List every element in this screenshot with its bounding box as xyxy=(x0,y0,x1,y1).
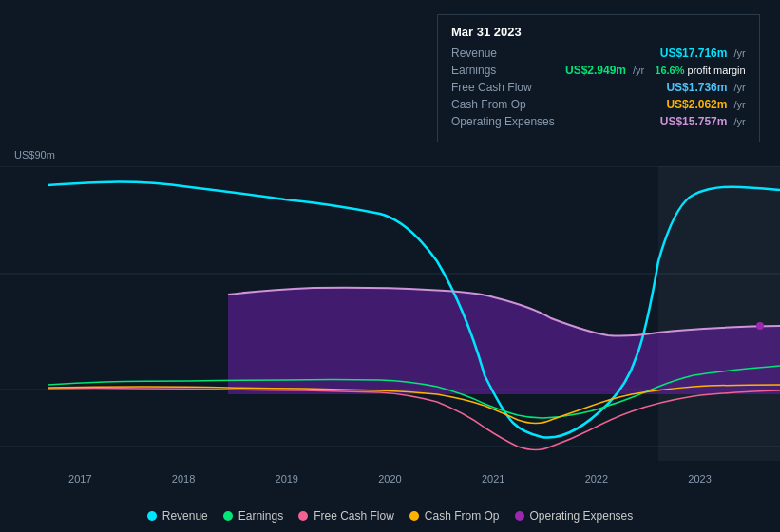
legend-label-revenue: Revenue xyxy=(162,509,208,522)
tooltip-label-opex: Operating Expenses xyxy=(451,115,565,128)
tooltip-row-cfo: Cash From Op US$2.062m /yr xyxy=(451,98,746,111)
legend-dot-earnings xyxy=(223,511,233,521)
data-tooltip: Mar 31 2023 Revenue US$17.716m /yr Earni… xyxy=(437,14,760,142)
y-label-top: US$90m xyxy=(14,149,55,161)
tooltip-value-revenue: US$17.716m xyxy=(660,47,728,60)
legend-dot-opex xyxy=(515,511,524,521)
tooltip-unit-fcf: /yr xyxy=(733,82,745,93)
x-label-2017: 2017 xyxy=(68,473,91,484)
legend-dot-cfo xyxy=(409,511,419,521)
tooltip-unit-revenue: /yr xyxy=(733,48,745,59)
x-label-2019: 2019 xyxy=(276,473,298,484)
x-label-2018: 2018 xyxy=(172,473,195,484)
x-label-2022: 2022 xyxy=(585,473,608,484)
svg-rect-5 xyxy=(658,166,780,461)
tooltip-unit-earnings: /yr xyxy=(633,65,644,76)
legend-item-cfo[interactable]: Cash From Op xyxy=(409,509,500,522)
legend-label-fcf: Free Cash Flow xyxy=(314,509,394,522)
tooltip-value-earnings: US$2.949m xyxy=(565,64,626,77)
legend-item-revenue[interactable]: Revenue xyxy=(147,509,208,522)
chart-svg xyxy=(0,166,780,470)
profit-margin-label: 16.6% profit margin xyxy=(655,65,745,76)
tooltip-label-revenue: Revenue xyxy=(451,47,565,60)
legend-label-earnings: Earnings xyxy=(238,509,283,522)
x-label-2020: 2020 xyxy=(378,473,401,484)
legend-label-opex: Operating Expenses xyxy=(530,509,634,522)
svg-point-7 xyxy=(756,322,764,330)
legend-dot-fcf xyxy=(298,511,308,521)
tooltip-row-fcf: Free Cash Flow US$1.736m /yr xyxy=(451,81,746,94)
tooltip-unit-opex: /yr xyxy=(733,116,745,127)
legend-dot-revenue xyxy=(147,511,157,521)
tooltip-value-cfo: US$2.062m xyxy=(666,98,727,111)
tooltip-value-opex: US$15.757m xyxy=(660,115,728,128)
tooltip-row-earnings: Earnings US$2.949m /yr 16.6% profit marg… xyxy=(451,64,746,77)
x-label-2023: 2023 xyxy=(688,473,711,484)
legend-label-cfo: Cash From Op xyxy=(425,509,500,522)
tooltip-row-opex: Operating Expenses US$15.757m /yr xyxy=(451,115,746,128)
tooltip-date: Mar 31 2023 xyxy=(451,25,746,39)
legend-item-opex[interactable]: Operating Expenses xyxy=(515,509,634,522)
tooltip-label-fcf: Free Cash Flow xyxy=(451,81,565,94)
x-label-2021: 2021 xyxy=(482,473,504,484)
tooltip-unit-cfo: /yr xyxy=(733,99,745,110)
tooltip-label-earnings: Earnings xyxy=(451,64,565,77)
legend-item-fcf[interactable]: Free Cash Flow xyxy=(298,509,394,522)
chart-legend: Revenue Earnings Free Cash Flow Cash Fro… xyxy=(0,509,780,522)
x-axis: 2017 2018 2019 2020 2021 2022 2023 xyxy=(0,468,780,484)
tooltip-label-cfo: Cash From Op xyxy=(451,98,565,111)
tooltip-value-fcf: US$1.736m xyxy=(666,81,727,94)
tooltip-row-revenue: Revenue US$17.716m /yr xyxy=(451,47,746,60)
legend-item-earnings[interactable]: Earnings xyxy=(223,509,283,522)
